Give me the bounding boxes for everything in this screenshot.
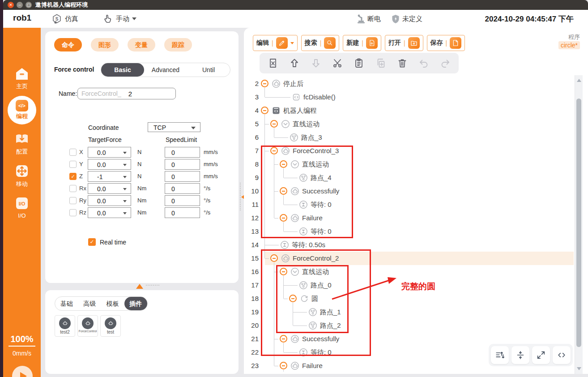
collapse-toggle-icon[interactable]	[270, 120, 278, 128]
axis-checkbox-y[interactable]	[69, 161, 77, 168]
speed-input-rx[interactable]: 0	[165, 183, 200, 194]
mode-until[interactable]: Until	[187, 63, 230, 77]
tree-node-label: 直线运动	[293, 117, 320, 131]
chevron-down-icon	[123, 200, 127, 202]
axis-checkbox-ry[interactable]	[69, 197, 77, 204]
close-icon[interactable]: ✕	[8, 2, 14, 8]
collapse-toggle-icon[interactable]	[280, 362, 287, 369]
row-number: 17	[244, 278, 259, 292]
collapse-toggle-icon[interactable]	[280, 214, 287, 222]
sidebar-item-home[interactable]: 主页	[3, 67, 41, 90]
tree-row-4[interactable]: 4机器人编程	[244, 104, 575, 117]
force-dropdown-rz[interactable]: 0.0	[88, 207, 131, 218]
realtime-checkbox[interactable]: ✓	[88, 238, 96, 246]
minimize-icon[interactable]: –	[17, 2, 23, 8]
speed-input-z[interactable]: 0	[165, 171, 200, 182]
force-dropdown-ry[interactable]: 0.0	[88, 195, 131, 206]
motion-node-icon	[290, 267, 299, 276]
force-dropdown-x[interactable]: 0.0	[88, 147, 131, 158]
mode-dropdown[interactable]: 手动	[102, 13, 136, 24]
speed-input-x[interactable]: 0	[165, 147, 200, 158]
play-button[interactable]	[12, 366, 33, 377]
name-input[interactable]: ForceControl_ 2	[77, 88, 176, 99]
safety-status[interactable]: 未定义	[392, 13, 422, 24]
tab-跟踪[interactable]: 跟踪	[164, 38, 192, 51]
collapse-toggle-icon[interactable]	[270, 254, 278, 262]
tree-row-10[interactable]: 10Successfully	[244, 184, 575, 198]
plugin-card-test2[interactable]: test2	[55, 315, 75, 337]
library-tab-高级[interactable]: 高级	[78, 297, 102, 310]
axis-checkbox-rx[interactable]	[69, 185, 77, 192]
robot-node-icon	[272, 106, 281, 115]
maximize-icon[interactable]: ▢	[26, 2, 32, 8]
tree-row-7[interactable]: 7ForceControl_3	[244, 144, 575, 158]
command-panel: 命令图形变量跟踪 Force control BasicAdvancedUnti…	[45, 31, 239, 283]
tab-图形[interactable]: 图形	[91, 38, 119, 51]
power-status[interactable]: 断电	[356, 13, 381, 24]
circle-node-icon	[300, 294, 309, 303]
axis-checkbox-x[interactable]	[69, 149, 77, 156]
tree-row-3[interactable]: 3fcDisable()	[244, 90, 575, 104]
row-number: 10	[244, 184, 259, 198]
list-sort-button[interactable]	[491, 346, 509, 364]
collapse-toggle-icon[interactable]	[261, 107, 268, 114]
sidebar-item-move[interactable]: 移动	[3, 165, 41, 188]
force-dropdown-rx[interactable]: 0.0	[88, 183, 131, 194]
tab-变量[interactable]: 变量	[128, 38, 155, 51]
plugin-card-test[interactable]: test	[100, 315, 121, 337]
tree-row-2[interactable]: 2停止后	[244, 77, 575, 90]
tab-命令[interactable]: 命令	[54, 38, 82, 51]
coordinate-select[interactable]: TCP	[148, 122, 200, 132]
mode-advanced[interactable]: Advanced	[144, 63, 187, 77]
collapse-vertical-button[interactable]	[511, 346, 529, 364]
code-view-button[interactable]	[553, 346, 571, 364]
target-force-header: TargetForce	[88, 136, 122, 143]
plugin-label: test	[101, 330, 120, 334]
axis-checkbox-z[interactable]: ✓	[69, 173, 77, 180]
force-dropdown-z[interactable]: -1	[88, 171, 131, 182]
tree-row-6[interactable]: 6路点_3	[244, 131, 575, 144]
plugin-card-ForceControl[interactable]: ForceControl	[77, 315, 98, 337]
collapse-toggle-icon[interactable]	[270, 147, 278, 154]
scroll-up-icon[interactable]	[577, 79, 581, 82]
axis-checkbox-rz[interactable]	[69, 209, 77, 216]
library-tab-基础[interactable]: 基础	[55, 297, 78, 310]
panel-splitter-handle[interactable]	[136, 284, 143, 289]
library-tab-模板[interactable]: 模板	[101, 297, 124, 310]
tree-connector	[274, 262, 274, 366]
expand-button[interactable]	[532, 346, 550, 364]
collapse-toggle-icon[interactable]	[280, 187, 287, 195]
tree-node-label: 等待: 0	[311, 198, 332, 211]
mode-basic[interactable]: Basic	[101, 63, 144, 77]
speed-input-rz[interactable]: 0	[165, 207, 200, 218]
collapse-toggle-icon[interactable]	[280, 160, 287, 168]
row-number: 5	[244, 117, 259, 131]
collapse-toggle-icon[interactable]	[289, 295, 297, 302]
tree-row-5[interactable]: 5直线运动	[244, 117, 575, 131]
library-tab-插件[interactable]: 插件	[124, 297, 148, 310]
speed-input-ry[interactable]: 0	[165, 195, 200, 206]
tree-row-14[interactable]: 14等待: 0.50s	[244, 238, 575, 252]
force-dropdown-y[interactable]: 0.0	[88, 159, 131, 170]
tree-row-18[interactable]: 18圆	[244, 292, 575, 305]
tree-row-12[interactable]: 12Failure	[244, 211, 575, 225]
simulation-toggle[interactable]: S 仿真	[51, 13, 78, 24]
speed-input-y[interactable]: 0	[165, 159, 200, 170]
sidebar-item-config[interactable]: 配置	[3, 133, 41, 156]
axis-row-x: X0.0N0mm/s	[45, 147, 239, 159]
tree-node-label: Successfully	[302, 184, 339, 198]
collapse-toggle-icon[interactable]	[280, 335, 287, 343]
puzzle-node-icon	[272, 79, 281, 88]
collapse-toggle-icon[interactable]	[280, 268, 287, 275]
sidebar-item-io[interactable]: I/OI/O	[3, 197, 41, 219]
tree-connector	[265, 258, 269, 259]
sidebar-item-program[interactable]: </>编程	[8, 96, 36, 124]
tree-row-16[interactable]: 16直线运动	[244, 265, 575, 278]
scroll-down-icon[interactable]	[577, 367, 581, 370]
collapse-toggle-icon[interactable]	[261, 80, 268, 87]
tree-row-8[interactable]: 8直线运动	[244, 158, 575, 171]
tree-node-label: 圆	[311, 292, 318, 305]
scrollbar-thumb[interactable]	[576, 99, 581, 347]
speed-indicator[interactable]: 100% 0mm/s	[3, 334, 41, 357]
tree-scrollbar[interactable]	[575, 75, 583, 374]
